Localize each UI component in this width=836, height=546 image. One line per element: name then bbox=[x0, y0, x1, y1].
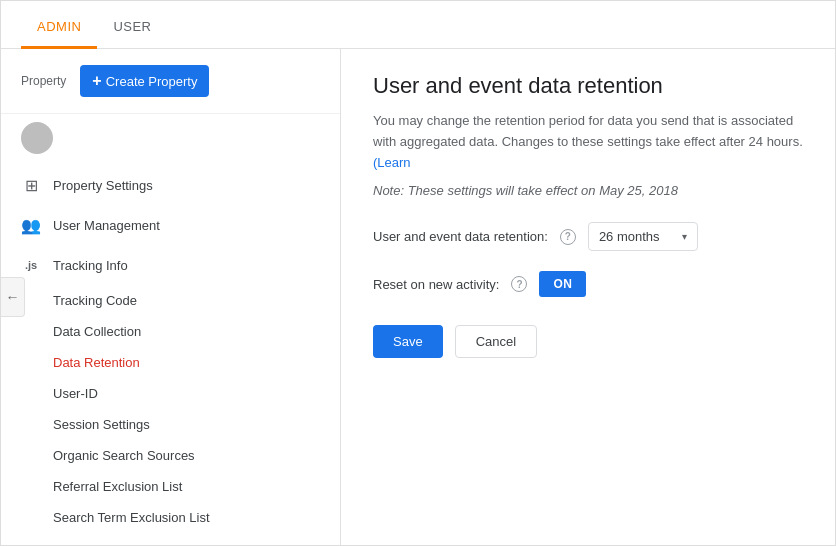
content-description: You may change the retention period for … bbox=[373, 111, 803, 173]
sidebar: ← Property + Create Property ⊞ Property … bbox=[1, 49, 341, 545]
learn-more-link[interactable]: (Learn bbox=[373, 155, 411, 170]
sidebar-item-property-settings-label: Property Settings bbox=[53, 178, 153, 193]
sidebar-item-tracking-info-label: Tracking Info bbox=[53, 258, 128, 273]
main-layout: ← Property + Create Property ⊞ Property … bbox=[1, 49, 835, 545]
chevron-down-icon: ▾ bbox=[682, 231, 687, 242]
create-property-button[interactable]: + Create Property bbox=[80, 65, 209, 97]
content-note: Note: These settings will take effect on… bbox=[373, 183, 803, 198]
retention-help-icon[interactable]: ? bbox=[560, 229, 576, 245]
tracking-info-icon: .js bbox=[21, 255, 41, 275]
sidebar-sub-data-collection[interactable]: Data Collection bbox=[53, 316, 340, 347]
reset-help-icon[interactable]: ? bbox=[511, 276, 527, 292]
property-header: Property + Create Property bbox=[1, 49, 340, 114]
sidebar-sub-referral-exclusion[interactable]: Referral Exclusion List bbox=[53, 471, 340, 502]
arrow-left-icon: ← bbox=[6, 289, 20, 305]
tab-admin[interactable]: ADMIN bbox=[21, 7, 97, 49]
action-buttons: Save Cancel bbox=[373, 325, 803, 358]
sidebar-sub-user-id[interactable]: User-ID bbox=[53, 378, 340, 409]
property-avatar bbox=[21, 122, 53, 154]
property-settings-icon: ⊞ bbox=[21, 175, 41, 195]
top-tabs-bar: ADMIN USER bbox=[1, 1, 835, 49]
sidebar-item-user-management[interactable]: 👥 User Management bbox=[1, 205, 340, 245]
tab-user[interactable]: USER bbox=[97, 7, 167, 49]
page-title: User and event data retention bbox=[373, 73, 803, 99]
cancel-button[interactable]: Cancel bbox=[455, 325, 537, 358]
sidebar-item-tracking-info[interactable]: .js Tracking Info bbox=[1, 245, 340, 285]
sidebar-sub-search-term-exclusion[interactable]: Search Term Exclusion List bbox=[53, 502, 340, 533]
tracking-sub-items: Tracking Code Data Collection Data Reten… bbox=[1, 285, 340, 533]
content-area: User and event data retention You may ch… bbox=[341, 49, 835, 545]
sidebar-item-user-management-label: User Management bbox=[53, 218, 160, 233]
retention-label: User and event data retention: bbox=[373, 229, 548, 244]
reset-label: Reset on new activity: bbox=[373, 277, 499, 292]
sidebar-item-property-settings[interactable]: ⊞ Property Settings bbox=[1, 165, 340, 205]
plus-icon: + bbox=[92, 72, 101, 90]
retention-row: User and event data retention: ? 26 mont… bbox=[373, 222, 803, 251]
sidebar-collapse-btn[interactable]: ← bbox=[1, 277, 25, 317]
create-property-label: Create Property bbox=[106, 74, 198, 89]
sidebar-sub-data-retention[interactable]: Data Retention bbox=[53, 347, 340, 378]
retention-selected-value: 26 months bbox=[599, 229, 660, 244]
sidebar-sub-organic-search[interactable]: Organic Search Sources bbox=[53, 440, 340, 471]
user-management-icon: 👥 bbox=[21, 215, 41, 235]
reset-row: Reset on new activity: ? ON bbox=[373, 271, 803, 297]
sidebar-nav: ⊞ Property Settings 👥 User Management .j… bbox=[1, 157, 340, 545]
retention-dropdown-button[interactable]: 26 months ▾ bbox=[588, 222, 698, 251]
property-label: Property bbox=[21, 74, 66, 88]
product-linking-section-label: PRODUCT LINKING bbox=[1, 533, 340, 545]
sidebar-sub-tracking-code[interactable]: Tracking Code bbox=[53, 285, 340, 316]
reset-toggle-button[interactable]: ON bbox=[539, 271, 586, 297]
sidebar-sub-session-settings[interactable]: Session Settings bbox=[53, 409, 340, 440]
save-button[interactable]: Save bbox=[373, 325, 443, 358]
